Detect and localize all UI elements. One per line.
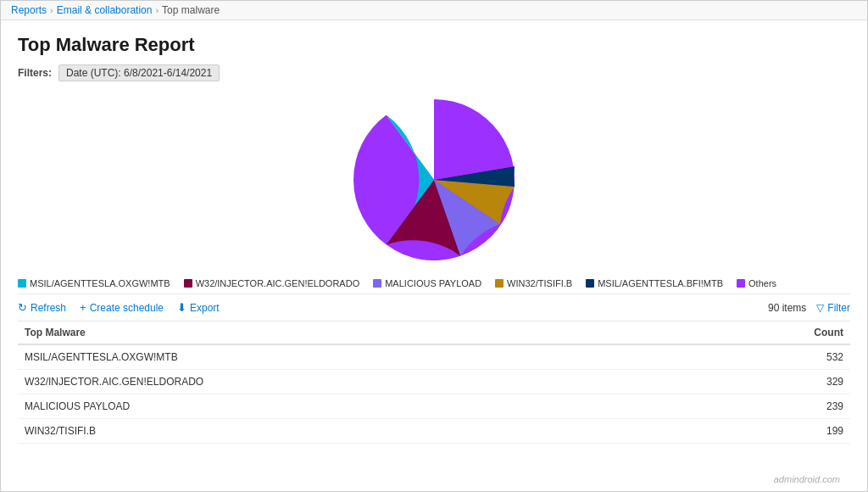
- table-row[interactable]: W32/INJECTOR.AIC.GEN!ELDORADO 329: [18, 370, 850, 394]
- chart-area: [18, 87, 850, 273]
- plus-icon: +: [80, 301, 86, 314]
- pie-chart: [345, 91, 523, 269]
- filters-label: Filters:: [18, 67, 52, 79]
- legend-row: MSIL/AGENTTESLA.OXGW!MTB W32/INJECTOR.AI…: [18, 273, 850, 294]
- legend-dot-6: [737, 279, 745, 288]
- legend-item-1: MSIL/AGENTTESLA.OXGW!MTB: [18, 278, 170, 288]
- malware-count: 329: [698, 370, 850, 394]
- malware-name: WIN32/TISIFI.B: [18, 419, 698, 444]
- legend-item-6: Others: [737, 278, 776, 288]
- table-header-row: Top Malware Count: [18, 321, 850, 344]
- legend-item-3: MALICIOUS PAYLOAD: [373, 278, 481, 288]
- legend-dot-4: [495, 279, 504, 288]
- export-label: Export: [190, 302, 220, 314]
- malware-table: Top Malware Count MSIL/AGENTTESLA.OXGW!M…: [18, 321, 850, 444]
- col-header-count: Count: [698, 321, 850, 344]
- legend-label-3: MALICIOUS PAYLOAD: [385, 278, 481, 288]
- legend-label-5: MSIL/AGENTTESLA.BFI!MTB: [598, 278, 723, 288]
- malware-count: 532: [698, 344, 850, 370]
- breadcrumb-email-collab[interactable]: Email & collaboration: [57, 4, 153, 16]
- filter-icon: ▽: [816, 302, 824, 314]
- app-container: Reports › Email & collaboration › Top ma…: [0, 0, 868, 492]
- page-title: Top Malware Report: [18, 34, 850, 56]
- malware-name: MSIL/AGENTTESLA.OXGW!MTB: [18, 344, 698, 370]
- table-row[interactable]: WIN32/TISIFI.B 199: [18, 419, 850, 444]
- legend-dot-3: [373, 279, 381, 288]
- filter-button[interactable]: ▽ Filter: [816, 302, 850, 314]
- legend-dot-1: [18, 279, 26, 288]
- col-header-malware: Top Malware: [18, 321, 698, 344]
- toolbar: ↻ Refresh + Create schedule ⬇ Export 90 …: [18, 294, 850, 321]
- filters-row: Filters: Date (UTC): 6/8/2021-6/14/2021: [18, 64, 850, 81]
- date-filter-tag[interactable]: Date (UTC): 6/8/2021-6/14/2021: [58, 64, 220, 81]
- watermark: admindroid.com: [774, 474, 840, 484]
- filter-label: Filter: [827, 302, 850, 314]
- refresh-label: Refresh: [31, 302, 66, 314]
- breadcrumb-reports[interactable]: Reports: [11, 4, 47, 16]
- breadcrumb-sep-2: ›: [155, 5, 159, 15]
- table-container: Top Malware Count MSIL/AGENTTESLA.OXGW!M…: [18, 321, 850, 491]
- malware-name: W32/INJECTOR.AIC.GEN!ELDORADO: [18, 370, 698, 394]
- legend-label-4: WIN32/TISIFI.B: [507, 278, 572, 288]
- export-button[interactable]: ⬇ Export: [177, 301, 220, 314]
- refresh-icon: ↻: [18, 301, 27, 314]
- malware-name: MALICIOUS PAYLOAD: [18, 394, 698, 419]
- create-schedule-button[interactable]: + Create schedule: [80, 301, 164, 314]
- breadcrumb: Reports › Email & collaboration › Top ma…: [1, 1, 867, 20]
- table-row[interactable]: MALICIOUS PAYLOAD 239: [18, 394, 850, 419]
- legend-dot-2: [184, 279, 192, 288]
- refresh-button[interactable]: ↻ Refresh: [18, 301, 66, 314]
- create-schedule-label: Create schedule: [90, 302, 164, 314]
- legend-label-6: Others: [748, 278, 776, 288]
- breadcrumb-current: Top malware: [162, 4, 220, 16]
- malware-count: 239: [698, 394, 850, 419]
- main-content: Top Malware Report Filters: Date (UTC): …: [1, 20, 867, 491]
- breadcrumb-sep-1: ›: [50, 5, 53, 15]
- items-count: 90 items: [768, 302, 806, 314]
- legend-item-5: MSIL/AGENTTESLA.BFI!MTB: [586, 278, 723, 288]
- legend-item-2: W32/INJECTOR.AIC.GEN!ELDORADO: [184, 278, 360, 288]
- toolbar-right: 90 items ▽ Filter: [768, 302, 850, 314]
- legend-item-4: WIN32/TISIFI.B: [495, 278, 572, 288]
- legend-label-2: W32/INJECTOR.AIC.GEN!ELDORADO: [196, 278, 360, 288]
- malware-count: 199: [698, 419, 850, 444]
- table-row[interactable]: MSIL/AGENTTESLA.OXGW!MTB 532: [18, 344, 850, 370]
- legend-label-1: MSIL/AGENTTESLA.OXGW!MTB: [30, 278, 170, 288]
- legend-dot-5: [586, 279, 594, 288]
- export-icon: ⬇: [177, 301, 186, 314]
